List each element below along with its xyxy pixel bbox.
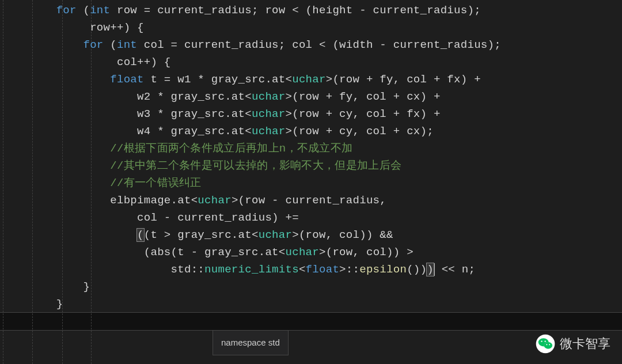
code-text: col = current_radius; col < (width - cur… <box>137 39 501 51</box>
code-line[interactable]: } <box>0 278 622 295</box>
type-name: numeric_limits <box>204 263 299 276</box>
namespace: std <box>171 263 191 276</box>
code-text: } <box>56 298 63 310</box>
punct: ()) <box>407 263 427 276</box>
code-line[interactable]: ((t > gray_src.at<uchar>(row, col)) && <box>0 226 622 244</box>
keyword: float <box>306 263 340 276</box>
type-name: uchar <box>286 246 320 259</box>
keyword: for <box>56 4 77 17</box>
code-text: w3 * gray_src.at< <box>137 108 252 120</box>
code-line[interactable]: //有一个错误纠正 <box>0 175 622 192</box>
code-line[interactable]: (abs(t - gray_src.at<uchar>(row, col)) > <box>0 244 622 261</box>
watermark: 微卡智享 <box>536 334 610 354</box>
comment: //有一个错误纠正 <box>110 177 202 189</box>
code-line[interactable]: col - current_radius) += <box>0 209 622 226</box>
code-text: t = w1 * gray_src.at< <box>144 73 292 86</box>
keyword: float <box>110 73 144 86</box>
punct: > <box>339 263 346 276</box>
wechat-icon <box>536 334 555 354</box>
code-text: >(row + fy, col + cx) + <box>286 90 441 103</box>
code-editor[interactable]: for (int row = current_radius; row < (he… <box>0 0 622 364</box>
code-line[interactable]: w3 * gray_src.at<uchar>(row + cy, col + … <box>0 105 622 123</box>
scope-op: :: <box>191 263 204 276</box>
code-text: (t > gray_src.at< <box>144 229 259 241</box>
code-line[interactable]: for (int row = current_radius; row < (he… <box>0 2 622 19</box>
punct: ( <box>104 39 117 51</box>
svg-point-3 <box>544 342 552 349</box>
type-name: uchar <box>292 73 326 86</box>
type-name: uchar <box>252 125 286 138</box>
scope-op: :: <box>346 263 359 276</box>
type-name: uchar <box>252 90 286 103</box>
code-text: >(row, col)) > <box>319 246 414 259</box>
code-text: >(row + cy, col + fx) + <box>286 108 441 120</box>
code-line[interactable]: w2 * gray_src.at<uchar>(row + fy, col + … <box>0 88 622 105</box>
hover-tooltip: namespace std <box>213 330 289 355</box>
svg-point-7 <box>549 344 550 345</box>
code-line[interactable]: elbpimage.at<uchar>(row - current_radius… <box>0 192 622 209</box>
code-text: col++) { <box>117 56 171 69</box>
type-name: uchar <box>252 108 286 120</box>
keyword: for <box>83 39 103 51</box>
function-name: epsilon <box>359 263 407 276</box>
watermark-text: 微卡智享 <box>560 335 610 352</box>
type-name: uchar <box>259 229 293 241</box>
type-name: uchar <box>198 194 232 207</box>
code-line[interactable]: w4 * gray_src.at<uchar>(row + cy, col + … <box>0 123 622 140</box>
code-line[interactable]: float t = w1 * gray_src.at<uchar>(row + … <box>0 71 622 88</box>
code-line[interactable]: //其中第二个条件是可以去掉的，影响不大，但是加上后会 <box>0 157 622 175</box>
keyword: int <box>90 4 110 17</box>
code-line[interactable]: for (int col = current_radius; col < (wi… <box>0 36 622 54</box>
svg-point-4 <box>541 340 542 342</box>
code-line[interactable]: } <box>0 295 622 313</box>
code-text: >(row, col)) && <box>292 229 393 241</box>
code-text: (abs(t - gray_src.at< <box>144 246 286 259</box>
punct: < <box>299 263 306 276</box>
code-text: row++) { <box>90 21 144 34</box>
punct: ( <box>77 4 90 17</box>
code-text: row = current_radius; row < (height - cu… <box>110 4 481 17</box>
code-text: >(row + cy, col + cx); <box>286 125 434 138</box>
bracket-highlight: ( <box>137 229 144 241</box>
code-text: w4 * gray_src.at< <box>137 125 252 138</box>
bracket-highlight: ) <box>427 263 434 276</box>
keyword: int <box>117 39 137 51</box>
comment: //其中第二个条件是可以去掉的，影响不大，但是加上后会 <box>110 160 401 172</box>
code-text: << n; <box>435 263 475 276</box>
svg-point-6 <box>546 344 547 345</box>
code-line[interactable]: row++) { <box>0 19 622 36</box>
svg-point-5 <box>544 340 545 342</box>
code-text: } <box>83 280 90 293</box>
tooltip-text: namespace std <box>221 338 280 347</box>
comment: //根据下面两个条件成立后再加上n，不成立不加 <box>110 142 352 155</box>
code-text: >(row - current_radius, <box>232 194 386 207</box>
code-line[interactable]: std::numeric_limits<float>::epsilon())) … <box>0 261 622 278</box>
code-text: w2 * gray_src.at< <box>137 90 252 103</box>
code-line[interactable]: //根据下面两个条件成立后再加上n，不成立不加 <box>0 140 622 157</box>
code-text: elbpimage.at< <box>110 194 198 207</box>
current-line-highlight <box>0 313 622 330</box>
code-text: >(row + fy, col + fx) + <box>326 73 481 86</box>
code-text: col - current_radius) += <box>137 211 299 224</box>
code-line[interactable]: col++) { <box>0 54 622 71</box>
